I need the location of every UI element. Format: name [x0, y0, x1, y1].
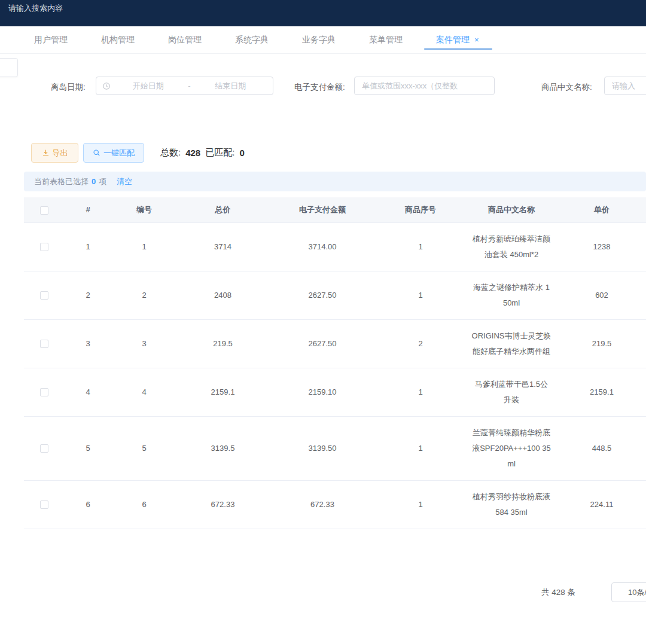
col-header-product-seq: 商品序号 [376, 197, 465, 222]
tab-user-management[interactable]: 用户管理 [31, 26, 71, 54]
collapsed-side-panel [0, 58, 18, 77]
tab-business-dictionary[interactable]: 业务字典 [298, 26, 339, 54]
table-row: 6 6 672.33 672.33 1 植村秀羽纱持妆粉底液 584 35ml … [24, 480, 646, 529]
table-row: 3 3 219.5 2627.50 2 ORIGINS韦博士灵芝焕能好底子精华水… [24, 319, 646, 368]
amount-filter-label: 电子支付金额: [294, 82, 345, 93]
total-label: 总数: [160, 147, 181, 158]
pagination: 共 428 条 10条/页 [0, 582, 646, 603]
selection-count: 0 [92, 177, 96, 186]
table-row: 2 2 2408 2627.50 1 海蓝之谜修护精萃水 150ml 602 [24, 271, 646, 319]
match-stats: 总数: 428 已匹配: 0 [160, 147, 245, 158]
col-header-product-name: 商品中文名称 [465, 197, 557, 222]
table-row: 7 7 602 602.00 1 海蓝之谜修护精萃水 150ml 602 [24, 529, 646, 540]
download-icon [42, 149, 50, 157]
selection-prefix: 当前表格已选择 [34, 176, 89, 187]
end-date-placeholder[interactable]: 结束日期 [194, 81, 267, 91]
top-navbar [0, 0, 646, 26]
amount-filter-field [354, 77, 495, 95]
page-size-select[interactable]: 10条/页 [611, 582, 646, 602]
pagination-total: 共 428 条 [541, 587, 575, 598]
tab-org-management[interactable]: 机构管理 [97, 26, 138, 54]
row-checkbox[interactable] [40, 340, 48, 348]
clock-icon [102, 82, 111, 90]
tab-case-management[interactable]: 案件管理 × [432, 26, 483, 54]
matched-value: 0 [239, 148, 244, 158]
table-row: 1 1 3714 3714.00 1 植村秀新琥珀臻萃洁颜油套装 450ml*2… [24, 222, 646, 271]
tab-system-dictionary[interactable]: 系统字典 [231, 26, 272, 54]
table-row: 5 5 3139.5 3139.50 1 兰蔻菁纯臻颜精华粉底液SPF20PA+… [24, 416, 646, 480]
selection-info-bar: 当前表格已选择 0 项 清空 [24, 172, 646, 191]
row-checkbox[interactable] [40, 243, 48, 251]
row-checkbox[interactable] [40, 388, 48, 396]
date-range-separator: - [185, 81, 194, 90]
date-filter-label: 离岛日期: [51, 82, 86, 93]
product-name-filter-input[interactable] [605, 77, 646, 94]
search-icon [93, 149, 100, 157]
amount-filter-input[interactable] [355, 77, 494, 94]
product-name-filter-label: 商品中文名称: [541, 82, 592, 93]
clear-selection-link[interactable]: 清空 [117, 176, 132, 187]
tab-bar: 用户管理 机构管理 岗位管理 系统字典 业务字典 菜单管理 案件管理 × [0, 26, 646, 54]
tab-post-management[interactable]: 岗位管理 [164, 26, 205, 54]
table-header-row: # 编号 总价 电子支付金额 商品序号 商品中文名称 单价 [24, 197, 646, 222]
row-checkbox[interactable] [40, 291, 48, 300]
export-button[interactable]: 导出 [31, 143, 78, 163]
col-header-number: 编号 [112, 197, 176, 222]
one-click-match-button[interactable]: 一键匹配 [83, 143, 144, 163]
table-row: 4 4 2159.1 2159.10 1 马爹利蓝带干邑1.5公升装 2159.… [24, 368, 646, 416]
total-value: 428 [185, 148, 200, 158]
export-button-label: 导出 [53, 148, 68, 158]
start-date-placeholder[interactable]: 开始日期 [112, 81, 185, 91]
col-header-epay-amount: 电子支付金额 [269, 197, 376, 222]
select-all-checkbox[interactable] [40, 206, 48, 215]
col-header-index: # [64, 197, 112, 222]
matched-label: 已匹配: [205, 147, 234, 158]
tab-menu-management[interactable]: 菜单管理 [365, 26, 406, 54]
tab-close-icon[interactable]: × [474, 35, 479, 44]
row-checkbox[interactable] [40, 444, 48, 453]
row-checkbox[interactable] [40, 500, 48, 509]
product-name-filter-field [604, 77, 646, 95]
col-header-total-price: 总价 [176, 197, 269, 222]
selection-suffix: 项 [99, 176, 106, 187]
date-range-picker[interactable]: 开始日期 - 结束日期 [96, 77, 273, 95]
global-search-input[interactable] [8, 4, 164, 13]
tab-case-management-label: 案件管理 [436, 35, 470, 45]
match-button-label: 一键匹配 [103, 148, 135, 158]
cases-table: # 编号 总价 电子支付金额 商品序号 商品中文名称 单价 1 1 3714 3… [24, 197, 646, 540]
col-header-unit-price: 单价 [557, 197, 646, 222]
